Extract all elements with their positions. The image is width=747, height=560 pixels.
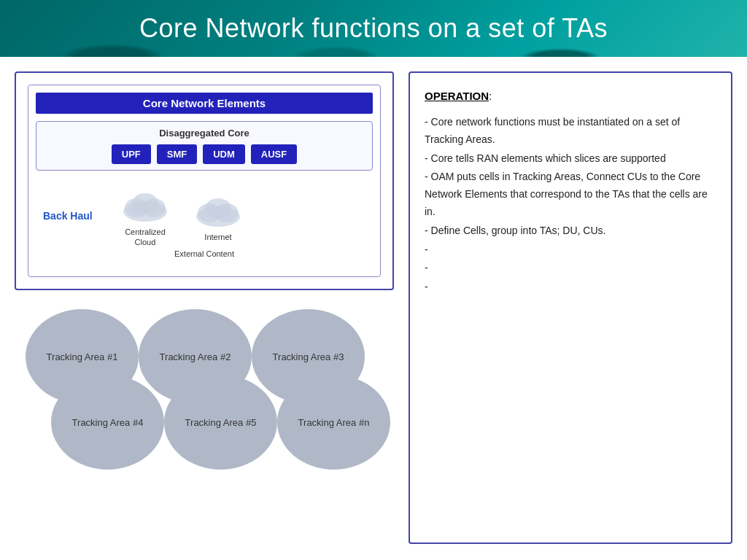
svg-point-7 [205,198,231,219]
udm-element: UDM [203,144,245,164]
svg-point-3 [132,193,158,214]
tracking-area-5: Tracking Area #5 [164,375,277,470]
op-line-2: - Core tells RAN elements which slices a… [425,150,716,168]
tracking-area-4: Tracking Area #4 [51,375,164,470]
op-line-6: - [425,260,716,277]
right-panel: OPERATION: - Core network functions must… [409,71,732,544]
network-elements: UPF SMF UDM AUSF [42,144,366,164]
disaggregated-label: Disaggregated Core [42,128,366,139]
internet-label: Internet [204,232,231,242]
page-title: Core Network functions on a set of TAs [29,13,718,44]
tracking-area-n: Tracking Area #n [277,375,390,470]
tracking-areas-container: Tracking Area #1 Tracking Area #2 Tracki… [15,302,394,544]
op-line-4: - Define Cells, group into TAs; DU, CUs. [425,222,716,240]
internet-cloud: Internet [189,189,247,242]
operation-content: - Core network functions must be instant… [425,114,716,296]
op-line-5: - [425,241,716,259]
centralized-cloud-label: CentralizedCloud [125,227,166,248]
external-content-label: External Content [36,249,373,258]
ausf-element: AUSF [251,144,297,164]
left-panel: Core Network Elements Disaggregated Core… [15,71,394,544]
upf-element: UPF [112,144,151,164]
smf-element: SMF [157,144,197,164]
core-network-header: Core Network Elements [36,93,373,114]
op-line-7: - [425,279,716,296]
bottom-diagram: Back Haul CentralizedCloud [36,184,373,248]
main-content: Core Network Elements Disaggregated Core… [0,57,747,551]
op-line-1: - Core network functions must be instant… [425,114,716,149]
op-line-3: - OAM puts cells in Tracking Areas, Conn… [425,168,716,220]
page-header: Core Network functions on a set of TAs [0,0,747,57]
cloud-icon-centralized [116,184,174,224]
cloud-icon-internet [189,189,247,229]
operation-title: OPERATION [425,90,489,102]
disaggregated-box: Disaggregated Core UPF SMF UDM AUSF [36,121,373,171]
network-diagram: Core Network Elements Disaggregated Core… [15,71,394,290]
operation-colon: : [489,90,492,102]
back-haul-label: Back Haul [43,210,101,222]
diagram-inner: Core Network Elements Disaggregated Core… [28,85,381,277]
centralized-cloud: CentralizedCloud [116,184,174,248]
